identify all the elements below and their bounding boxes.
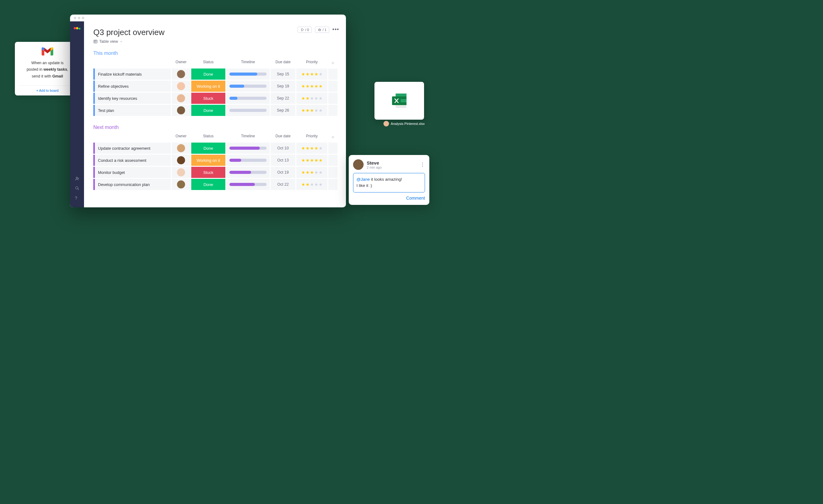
integrations-pill[interactable]: / 0 (298, 27, 312, 33)
status-cell[interactable]: Done (191, 143, 225, 154)
col-header[interactable]: Timeline (226, 58, 270, 67)
timeline-cell[interactable] (226, 80, 270, 92)
board-menu-icon[interactable]: ••• (332, 26, 339, 33)
owner-cell[interactable] (172, 80, 190, 92)
star-icon: ★ (314, 108, 318, 113)
owner-cell[interactable] (172, 93, 190, 104)
excel-attachment-card[interactable] (374, 82, 424, 120)
automations-pill[interactable]: / 1 (315, 27, 329, 33)
task-cell[interactable]: Monitor budget (93, 167, 171, 178)
blank-cell (328, 80, 338, 92)
col-header[interactable]: Priority (296, 133, 327, 142)
owner-cell[interactable] (172, 68, 190, 80)
owner-cell[interactable] (172, 105, 190, 116)
priority-cell[interactable]: ★★★★★ (296, 179, 327, 190)
date-cell[interactable]: Oct 19 (271, 167, 295, 178)
star-icon: ★ (319, 84, 323, 89)
svg-point-0 (73, 27, 76, 30)
task-cell[interactable]: Update contractor agreement (93, 143, 171, 154)
add-column-button[interactable]: ＋ (328, 133, 338, 142)
commenter-avatar[interactable] (353, 159, 364, 170)
blank-cell (328, 179, 338, 190)
timeline-cell[interactable] (226, 179, 270, 190)
timeline-cell[interactable] (226, 105, 270, 116)
task-cell[interactable]: Refine objectives (93, 80, 171, 92)
monday-logo-icon[interactable] (73, 24, 81, 30)
owner-cell[interactable] (172, 155, 190, 166)
status-cell[interactable]: Stuck (191, 93, 225, 104)
date-cell[interactable]: Sep 15 (271, 68, 295, 80)
col-header[interactable]: Priority (296, 58, 327, 67)
priority-cell[interactable]: ★★★★★ (296, 93, 327, 104)
star-icon: ★ (314, 182, 318, 187)
col-header[interactable]: Owner (172, 58, 190, 67)
window-dot-min[interactable] (78, 17, 80, 19)
window-dot-close[interactable] (74, 17, 76, 19)
blank-cell (328, 93, 338, 104)
priority-cell[interactable]: ★★★★★ (296, 68, 327, 80)
col-header[interactable]: Due date (271, 58, 295, 67)
date-cell[interactable]: Sep 26 (271, 105, 295, 116)
status-cell[interactable]: Stuck (191, 167, 225, 178)
date-cell[interactable]: Oct 13 (271, 155, 295, 166)
task-cell[interactable]: Develop communication plan (93, 179, 171, 190)
timeline-cell[interactable] (226, 143, 270, 154)
avatar (177, 70, 185, 78)
owner-cell[interactable] (172, 143, 190, 154)
date-cell[interactable]: Oct 10 (271, 143, 295, 154)
star-icon: ★ (314, 96, 318, 101)
task-cell[interactable]: Conduct a risk assessment (93, 155, 171, 166)
col-header[interactable]: Due date (271, 133, 295, 142)
mention[interactable]: @Jane (356, 177, 370, 182)
col-header[interactable]: Status (191, 133, 225, 142)
status-cell[interactable]: Done (191, 179, 225, 190)
owner-cell[interactable] (172, 167, 190, 178)
blank-cell (328, 68, 338, 80)
col-header[interactable]: Timeline (226, 133, 270, 142)
priority-cell[interactable]: ★★★★★ (296, 167, 327, 178)
col-header[interactable]: Status (191, 58, 225, 67)
date-cell[interactable]: Sep 19 (271, 80, 295, 92)
task-cell[interactable]: Identify key resources (93, 93, 171, 104)
col-header[interactable]: Owner (172, 133, 190, 142)
status-cell[interactable]: Working on it (191, 155, 225, 166)
timeline-cell[interactable] (226, 167, 270, 178)
timeline-cell[interactable] (226, 155, 270, 166)
comment-menu-icon[interactable]: ⋮ (420, 162, 425, 168)
comment-input[interactable]: @Jane it looks amazing! I like it :) (353, 173, 425, 192)
group-title[interactable]: Next month (93, 125, 337, 130)
star-icon: ★ (310, 108, 314, 113)
status-cell[interactable]: Done (191, 68, 225, 80)
priority-cell[interactable]: ★★★★★ (296, 143, 327, 154)
view-selector[interactable]: Table view (93, 39, 337, 44)
blank-cell (328, 105, 338, 116)
table-icon (93, 39, 98, 44)
excel-filename-row: Analysis Pinterest.xlsx (383, 121, 425, 127)
timeline-cell[interactable] (226, 68, 270, 80)
star-icon: ★ (314, 158, 318, 163)
task-cell[interactable]: Finalize kickoff materials (93, 68, 171, 80)
status-cell[interactable]: Working on it (191, 80, 225, 92)
date-cell[interactable]: Oct 22 (271, 179, 295, 190)
add-to-board-link[interactable]: + Add to board (19, 85, 76, 93)
star-icon: ★ (310, 146, 314, 151)
group-title[interactable]: This month (93, 50, 337, 56)
priority-cell[interactable]: ★★★★★ (296, 105, 327, 116)
priority-cell[interactable]: ★★★★★ (296, 80, 327, 92)
status-cell[interactable]: Done (191, 105, 225, 116)
comment-submit-button[interactable]: Comment (353, 196, 425, 200)
search-icon[interactable] (75, 186, 79, 191)
window-dot-max[interactable] (82, 17, 84, 19)
task-cell[interactable]: Test plan (93, 105, 171, 116)
timeline-cell[interactable] (226, 93, 270, 104)
star-icon: ★ (306, 170, 310, 175)
date-cell[interactable]: Sep 22 (271, 93, 295, 104)
priority-cell[interactable]: ★★★★★ (296, 155, 327, 166)
blank-cell (328, 143, 338, 154)
main-app-window: ? / 0 / 1 ••• Q3 project overview Table … (70, 15, 346, 207)
help-icon[interactable]: ? (75, 196, 79, 200)
add-column-button[interactable]: ＋ (328, 58, 338, 67)
invite-icon[interactable] (75, 176, 79, 182)
star-icon: ★ (319, 108, 323, 113)
owner-cell[interactable] (172, 179, 190, 190)
